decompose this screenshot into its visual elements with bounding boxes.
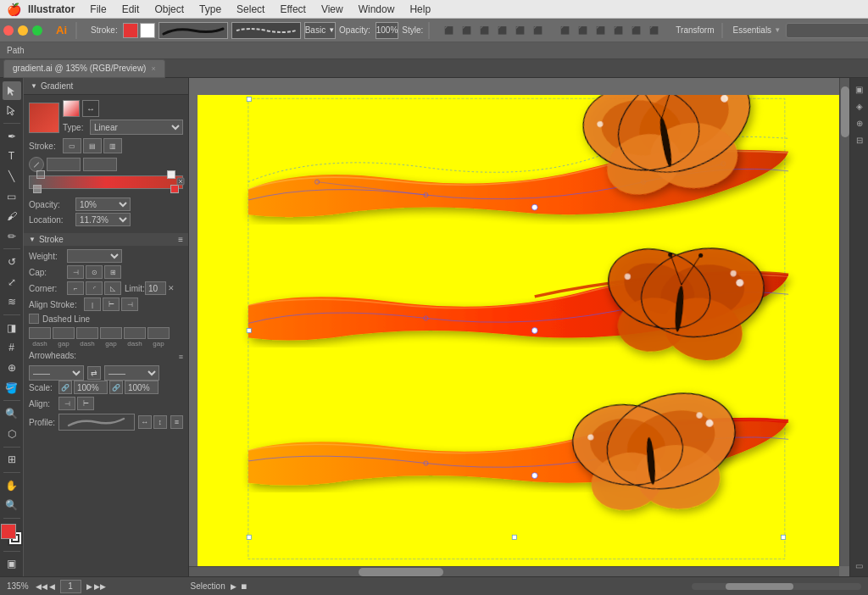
- dist-v3-button[interactable]: ⬛: [645, 22, 662, 39]
- shape-builder-tool[interactable]: ⊕: [3, 359, 21, 377]
- pen-tool[interactable]: ✒: [3, 127, 21, 146]
- scale-end-input[interactable]: 100%: [125, 381, 159, 394]
- align-opt-2-button[interactable]: ⊢: [77, 397, 94, 410]
- arrowheads-menu-icon[interactable]: ≡: [179, 353, 183, 361]
- cap-butt-button[interactable]: ⊣: [67, 265, 84, 279]
- toolbar-mode-button[interactable]: [75, 22, 77, 39]
- gradient-opacity-stop-left[interactable]: [36, 170, 45, 179]
- corner-round-button[interactable]: ◜: [86, 281, 103, 295]
- next-artboard-button[interactable]: ▶▶: [94, 582, 106, 591]
- stroke-btn-2[interactable]: ▤: [83, 138, 102, 153]
- gradient-stop-left[interactable]: [33, 185, 42, 193]
- bottom-scroll-thumb[interactable]: [726, 583, 793, 590]
- location-panel-select[interactable]: 11.73%: [75, 213, 131, 226]
- warp-tool[interactable]: ≋: [3, 293, 21, 312]
- tab-close-icon[interactable]: ×: [151, 64, 155, 73]
- gradient-reverse-icon[interactable]: ↔: [82, 100, 99, 117]
- fullscreen-button[interactable]: [32, 25, 42, 36]
- menu-effect[interactable]: Effect: [273, 2, 312, 17]
- dist-h2-button[interactable]: ⬛: [592, 22, 609, 39]
- blend-tool[interactable]: ⬡: [3, 425, 21, 443]
- dist-h3-button[interactable]: ⬛: [627, 22, 644, 39]
- right-tool-3[interactable]: ⊕: [852, 115, 867, 131]
- menu-view[interactable]: View: [314, 2, 350, 17]
- menu-window[interactable]: Window: [352, 2, 402, 17]
- essentials-arrow[interactable]: ▼: [774, 26, 781, 34]
- opacity-input[interactable]: 100%: [376, 22, 399, 39]
- mesh-tool[interactable]: #: [3, 339, 21, 358]
- stroke-panel-menu-icon[interactable]: ≡: [178, 235, 183, 244]
- right-tool-2[interactable]: ◈: [852, 98, 867, 114]
- canvas-content[interactable]: [198, 95, 839, 566]
- gradient-type-select[interactable]: Linear: [90, 120, 183, 135]
- right-tool-bottom[interactable]: ▭: [852, 558, 867, 573]
- limit-input[interactable]: 10: [145, 281, 166, 295]
- arrowhead-end-select[interactable]: ——: [104, 365, 159, 381]
- arrowhead-flip-icon[interactable]: ⇄: [87, 366, 101, 380]
- fill-color-swatch[interactable]: [1, 524, 16, 539]
- arrowhead-start-select[interactable]: ——: [29, 365, 84, 381]
- gradient-opacity-stop-right[interactable]: [167, 170, 175, 179]
- right-tool-1[interactable]: ▣: [852, 81, 867, 97]
- hand-tool[interactable]: ✋: [3, 476, 21, 495]
- align-center-button[interactable]: ⬛: [458, 22, 475, 39]
- menu-file[interactable]: File: [83, 2, 113, 17]
- profile-reset-button[interactable]: ≡: [170, 415, 183, 429]
- align-bottom-button[interactable]: ⬛: [529, 22, 546, 39]
- prev-button[interactable]: ◀: [49, 582, 55, 591]
- gradient-swap-icon[interactable]: [63, 100, 80, 117]
- horizontal-scrollbar[interactable]: [189, 566, 839, 576]
- apple-menu[interactable]: 🍎: [7, 3, 21, 16]
- dist-v2-button[interactable]: ⬛: [609, 22, 626, 39]
- direct-selection-tool[interactable]: [3, 102, 21, 120]
- dash-input-3[interactable]: [124, 327, 146, 339]
- dash-input-2[interactable]: [76, 327, 98, 339]
- profile-select[interactable]: [58, 414, 135, 431]
- stroke-profile-select[interactable]: Basic ▼: [304, 22, 336, 39]
- minimize-button[interactable]: [18, 25, 28, 36]
- vertical-scrollbar-thumb[interactable]: [841, 86, 849, 137]
- gradient-bar[interactable]: [29, 175, 183, 189]
- prev-artboard-button[interactable]: ◀◀: [36, 582, 47, 591]
- menu-type[interactable]: Type: [192, 2, 228, 17]
- stop-button[interactable]: ⏹: [240, 582, 248, 591]
- zoom-tool[interactable]: 🔍: [3, 497, 21, 515]
- gap-input-3[interactable]: [147, 327, 170, 339]
- menu-edit[interactable]: Edit: [115, 2, 147, 17]
- profile-flip-v-button[interactable]: ↕: [153, 415, 167, 429]
- stroke-panel-header[interactable]: ▼ Stroke ≡: [24, 233, 188, 246]
- menu-select[interactable]: Select: [230, 2, 271, 17]
- paintbrush-tool[interactable]: 🖌: [3, 207, 21, 225]
- align-top-button[interactable]: ⬛: [493, 22, 510, 39]
- horizontal-scrollbar-thumb[interactable]: [359, 568, 443, 576]
- dashed-line-checkbox[interactable]: [29, 314, 39, 324]
- dash-style-box[interactable]: [231, 22, 301, 39]
- stroke-btn-1[interactable]: ▭: [63, 138, 81, 153]
- scale-start-input[interactable]: 100%: [74, 381, 108, 394]
- live-paint-tool[interactable]: 🪣: [3, 379, 21, 398]
- pencil-tool[interactable]: ✏: [3, 227, 21, 246]
- play-button[interactable]: ▶: [231, 582, 236, 591]
- gradient-angle-input[interactable]: [47, 158, 81, 171]
- corner-miter-button[interactable]: ⌐: [67, 281, 84, 295]
- weight-select[interactable]: [67, 249, 122, 263]
- artboard-number-input[interactable]: 1: [60, 580, 81, 593]
- scale-link2-icon[interactable]: 🔗: [109, 381, 123, 394]
- document-tab[interactable]: gradient.ai @ 135% (RGB/Preview) ×: [3, 59, 165, 78]
- next-button[interactable]: ▶: [86, 582, 92, 591]
- scale-link-icon[interactable]: 🔗: [58, 381, 72, 394]
- menu-help[interactable]: Help: [403, 2, 437, 17]
- type-tool[interactable]: T: [3, 147, 21, 166]
- opacity-panel-select[interactable]: 10%: [75, 197, 131, 211]
- rect-tool[interactable]: ▭: [3, 187, 21, 206]
- align-left-button[interactable]: ⬛: [440, 22, 457, 39]
- rotate-tool[interactable]: ↺: [3, 253, 21, 271]
- gradient-delete-icon[interactable]: [176, 177, 185, 187]
- align-opt-1-button[interactable]: ⊣: [58, 397, 75, 410]
- right-tool-4[interactable]: ⊟: [852, 132, 867, 147]
- selection-tool[interactable]: [3, 81, 21, 100]
- fill-swatch[interactable]: [123, 23, 138, 38]
- stroke-style-box[interactable]: [159, 22, 228, 39]
- style-input[interactable]: [428, 22, 430, 39]
- stroke-btn-3[interactable]: ▥: [103, 138, 122, 153]
